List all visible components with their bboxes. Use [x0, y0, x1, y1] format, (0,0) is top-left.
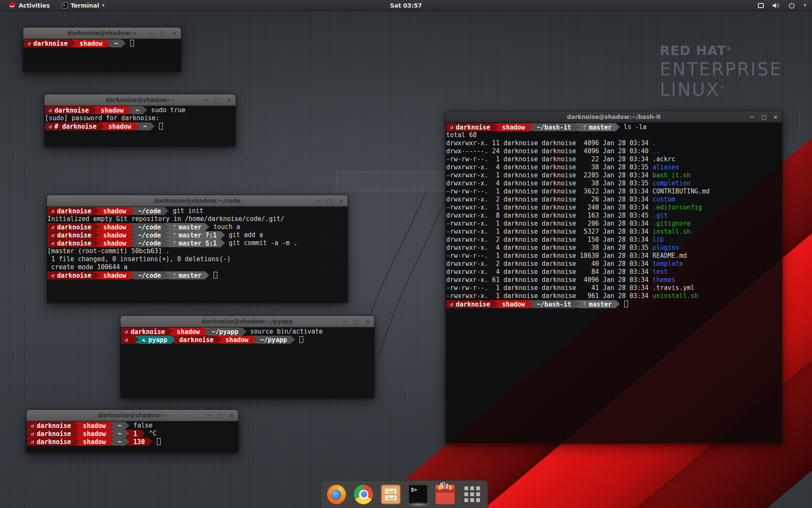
maximize-button[interactable]: □	[160, 28, 165, 39]
firefox-icon[interactable]	[327, 485, 346, 504]
close-button[interactable]: ×	[227, 94, 231, 106]
powerline-separator-icon	[221, 231, 225, 239]
maximize-button[interactable]: □	[215, 94, 220, 106]
top-bar: Activities > Terminal ▾ Sat 03:57 ▾	[0, 0, 812, 11]
activities-button[interactable]: Activities	[4, 0, 54, 11]
distro-icon: ↺	[49, 123, 52, 130]
prompt-segment: ~	[114, 438, 125, 446]
volume-icon[interactable]	[772, 2, 780, 9]
maximize-button[interactable]: □	[327, 195, 332, 207]
terminal-text: git commit -a -m .	[225, 239, 298, 247]
prompt-segment: ~	[139, 122, 151, 130]
titlebar[interactable]: darknoise@shadow:~/code−□×	[47, 195, 348, 207]
close-button[interactable]: ×	[339, 195, 343, 207]
file-manager-icon[interactable]	[381, 485, 400, 504]
terminal-text: .gitignore	[653, 220, 691, 228]
prompt-segment: ~/code	[134, 207, 165, 215]
titlebar[interactable]: darknoise@shadow:~/bash-it−□×	[446, 111, 782, 123]
terminal-content[interactable]: ↺darknoiseshadow~/code git initInitializ…	[47, 207, 348, 303]
powerline-separator-icon	[143, 106, 147, 114]
titlebar[interactable]: darknoise@shadow:~−□×	[44, 94, 236, 106]
terminal-content[interactable]: ↺darknoiseshadow~	[23, 39, 181, 72]
terminal-line: create mode 100644 a	[47, 263, 348, 271]
minimize-button[interactable]: −	[203, 94, 208, 106]
powerline-separator-icon	[100, 122, 104, 130]
distro-icon: ↺	[51, 272, 55, 279]
terminal-line: ↺darknoiseshadow~1 ^C	[27, 430, 238, 438]
distro-icon: ↺	[51, 240, 55, 246]
terminal-window-pyapp[interactable]: darknoise@shadow:~/pyapp−□×↺darknoisesha…	[120, 315, 375, 398]
minimize-button[interactable]: −	[342, 316, 347, 327]
terminal-text: plugins	[653, 244, 679, 252]
terminal-window-exit-codes[interactable]: darknoise@shadow:~−□×↺darknoiseshadow~ f…	[26, 409, 239, 453]
powerline-separator-icon	[71, 39, 76, 47]
powerline-separator-icon	[110, 430, 114, 437]
terminal-content[interactable]: ↺darknoiseshadow~ false↺darknoiseshadow~…	[27, 421, 238, 453]
app-menu-terminal[interactable]: > Terminal ▾	[58, 0, 109, 11]
close-button[interactable]: ×	[172, 28, 177, 39]
terminal-window-bash-it[interactable]: darknoise@shadow:~/bash-it−□×↺darknoises…	[445, 111, 782, 444]
distro-icon: ↺	[51, 224, 55, 230]
drawer-bottom	[384, 495, 397, 501]
close-button[interactable]: ×	[229, 410, 234, 421]
window-title: darknoise@shadow:~/bash-it	[567, 113, 661, 120]
window-controls: −□×	[203, 94, 231, 106]
system-menu-chevron-icon[interactable]: ▾	[804, 3, 806, 8]
terminal-text: -rwxrwxr-x. 1 darknoise darknoise 206 Ja…	[446, 220, 653, 228]
terminal-line: ↺☯pyappdarknoiseshadow~/pyapp	[121, 336, 374, 344]
titlebar[interactable]: darknoise@shadow:~−□×	[27, 410, 238, 421]
terminal-line: -rw-rw-r--. 1 darknoise darknoise 18630 …	[446, 252, 782, 260]
minimize-button[interactable]: −	[149, 28, 154, 39]
prompt-segment: ᛘmaster	[169, 271, 205, 279]
power-icon[interactable]	[788, 2, 795, 9]
terminal-window-code[interactable]: darknoise@shadow:~/code−□×↺darknoiseshad…	[47, 195, 348, 303]
minimize-button[interactable]: −	[206, 410, 211, 421]
maximize-button[interactable]: □	[217, 410, 222, 421]
terminal-cursor	[159, 123, 163, 130]
terminal-launcher-icon[interactable]: $>	[409, 485, 428, 504]
window-controls: −□×	[149, 28, 177, 39]
toolbox-icon[interactable]	[436, 485, 455, 504]
terminal-content[interactable]: ↺darknoiseshadow~ sudo true[sudo] passwo…	[44, 106, 236, 146]
terminal-window-home-small[interactable]: darknoise@shadow:~−□×↺darknoiseshadow~	[23, 27, 181, 72]
terminal-line: -rwxrwxr-x. 1 darknoise darknoise 5327 J…	[446, 228, 782, 236]
terminal-cursor	[130, 40, 134, 47]
minimize-button[interactable]: −	[315, 195, 320, 207]
maximize-button[interactable]: □	[761, 111, 766, 123]
terminal-text: false	[129, 422, 152, 430]
branch-icon: ᛘ	[173, 272, 176, 279]
chrome-icon[interactable]	[354, 485, 373, 504]
close-button[interactable]: ×	[365, 316, 370, 327]
terminal-window-sudo[interactable]: darknoise@shadow:~−□×↺darknoiseshadow~ s…	[44, 94, 236, 147]
prompt-segment: ~/code	[134, 231, 165, 239]
prompt-segment: ↺darknoise	[446, 123, 494, 131]
clock[interactable]: Sat 03:57	[390, 2, 422, 9]
distro-icon: ↺	[450, 124, 453, 130]
maximize-button[interactable]: □	[354, 316, 359, 327]
prompt-segment: shadow	[79, 430, 110, 438]
terminal-line: ↺darknoiseshadow~/codeᛘmaster S:1 git co…	[47, 239, 348, 247]
app-grid-icon[interactable]	[463, 485, 482, 504]
terminal-line: ↺darknoiseshadow~ false	[27, 422, 238, 430]
minimize-button[interactable]: −	[750, 111, 754, 123]
prompt-segment: shadow	[99, 207, 130, 215]
distro-icon: ↺	[31, 439, 34, 445]
window-title: darknoise@shadow:~	[98, 412, 167, 419]
titlebar[interactable]: darknoise@shadow:~/pyapp−□×	[121, 316, 374, 327]
terminal-text: -rwxrwxr-x. 1 darknoise darknoise 2205 J…	[446, 171, 653, 179]
terminal-line: drwxrwxr-x. 8 darknoise darknoise 163 Ja…	[446, 212, 782, 220]
toolbox-hinge	[449, 486, 452, 490]
prompt-segment: shadow	[97, 106, 127, 114]
close-button[interactable]: ×	[773, 111, 778, 123]
terminal-text: create mode 100644 a	[47, 263, 128, 271]
powerline-separator-icon	[529, 300, 533, 308]
terminal-text: drwxrwxr-x. 11 darknoise darknoise 4096 …	[446, 139, 653, 147]
terminal-text: drwx------. 24 darknoise darknoise 4096 …	[446, 147, 653, 155]
terminal-line: drwxrwxr-x. 2 darknoise darknoise 150 Ja…	[446, 236, 782, 244]
terminal-content[interactable]: ↺darknoiseshadow~/pyapp source bin/activ…	[121, 327, 374, 398]
titlebar[interactable]: darknoise@shadow:~−□×	[23, 28, 181, 39]
terminal-content[interactable]: ↺darknoiseshadow~/bash-itᛘmaster ls -lat…	[446, 123, 782, 443]
terminal-text: [master (root-commit) 50bcb63] .	[47, 247, 170, 255]
powerline-separator-icon	[125, 430, 129, 437]
screen-layout-icon[interactable]	[758, 3, 764, 8]
